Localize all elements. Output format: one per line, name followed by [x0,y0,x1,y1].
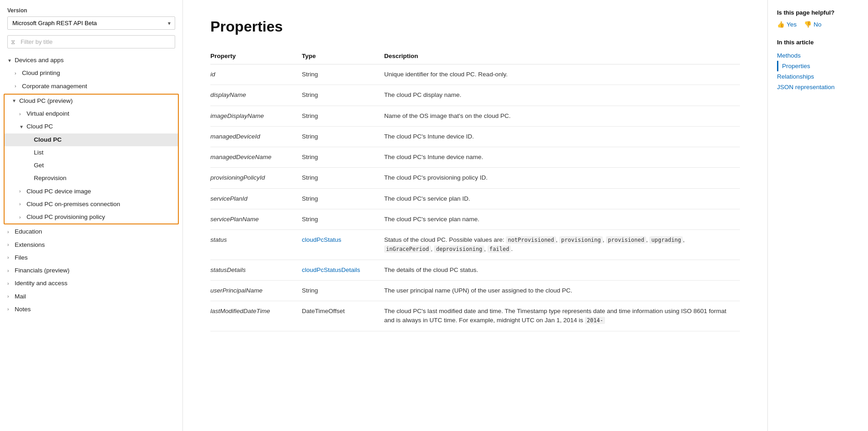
prop-desc: The cloud PC's service plan ID. [384,188,740,209]
prop-type: cloudPcStatusDetails [302,260,384,280]
prop-type: String [302,147,384,168]
prop-type: String [302,168,384,188]
version-select-wrapper: Microsoft Graph REST API Beta ▾ [7,16,175,30]
sidebar-item-label: Virtual endpoint [27,109,70,118]
article-link-json[interactable]: JSON representation [777,82,859,92]
prop-type: String [302,85,384,106]
prop-name: statusDetails [210,260,302,280]
type-link[interactable]: cloudPcStatus [302,236,341,243]
filter-input[interactable] [7,35,175,48]
prop-desc: The cloud PC's last modified date and ti… [384,301,740,331]
toggle-icon: ▼ [19,123,25,130]
code-value: upgrading [649,236,683,244]
sidebar-item-label: Mail [15,292,26,301]
prop-desc: Name of the OS image that's on the cloud… [384,106,740,126]
thumbs-down-icon: 👎 [804,21,812,28]
sidebar-item-reprovision[interactable]: Reprovision [5,172,178,185]
sidebar-item-get[interactable]: Get [5,159,178,172]
version-label: Version [0,7,182,16]
sidebar-item-corporate-management[interactable]: › Corporate management [0,80,182,93]
yes-button[interactable]: 👍 Yes [777,21,797,28]
nav-tree: ▼ Devices and apps › Cloud printing › Co… [0,54,182,431]
helpful-buttons: 👍 Yes 👎 No [777,21,859,28]
article-link-properties[interactable]: Properties [777,61,859,71]
sidebar-item-files[interactable]: › Files [0,251,182,264]
sidebar-item-cloud-pc-parent[interactable]: ▼ Cloud PC [5,120,178,133]
prop-name: servicePlanName [210,209,302,229]
sidebar-item-provisioning-policy[interactable]: › Cloud PC provisioning policy [5,211,178,223]
toggle-icon: › [15,83,20,90]
sidebar-item-label: Cloud PC [27,122,53,131]
code-value: 2014- [585,317,605,324]
sidebar-item-notes[interactable]: › Notes [0,303,182,316]
col-header-property: Property [210,48,302,64]
prop-desc: The cloud PC display name. [384,85,740,106]
table-row: provisioningPolicyId String The cloud PC… [210,168,740,188]
toggle-icon: › [7,280,13,287]
table-row: displayName String The cloud PC display … [210,85,740,106]
prop-desc: The cloud PC's Intune device ID. [384,126,740,147]
sidebar-item-extensions[interactable]: › Extensions [0,239,182,251]
prop-name: managedDeviceId [210,126,302,147]
sidebar-item-list[interactable]: List [5,146,178,159]
helpful-label: Is this page helpful? [777,9,859,16]
prop-desc: The cloud PC's service plan name. [384,209,740,229]
toggle-icon: › [19,111,25,117]
sidebar-item-devices-apps[interactable]: ▼ Devices and apps [0,54,182,67]
toggle-icon: ▼ [7,57,13,64]
toggle-icon: › [7,306,13,313]
prop-type: String [302,188,384,209]
version-select[interactable]: Microsoft Graph REST API Beta [7,16,175,30]
sidebar-item-mail[interactable]: › Mail [0,290,182,303]
table-row: lastModifiedDateTime DateTimeOffset The … [210,301,740,331]
cloud-pc-box: ▼ Cloud PC (preview) › Virtual endpoint … [4,94,179,225]
sidebar-item-virtual-endpoint[interactable]: › Virtual endpoint [5,107,178,120]
prop-desc: Unique identifier for the cloud PC. Read… [384,64,740,85]
prop-type: String [302,64,384,85]
right-sidebar: Is this page helpful? 👍 Yes 👎 No In this… [767,0,868,431]
sidebar-item-education[interactable]: › Education [0,225,182,238]
sidebar-item-financials[interactable]: › Financials (preview) [0,264,182,277]
sidebar-item-cloud-pc-preview[interactable]: ▼ Cloud PC (preview) [5,95,178,107]
sidebar-item-label: Cloud PC [34,135,62,144]
sidebar-item-label: Financials (preview) [15,266,70,275]
prop-name: servicePlanId [210,188,302,209]
no-button[interactable]: 👎 No [804,21,821,28]
sidebar-item-label: Get [34,161,44,170]
prop-type: String [302,126,384,147]
toggle-icon: › [7,241,13,248]
code-value: notProvisioned [506,236,556,244]
sidebar-item-identity[interactable]: › Identity and access [0,277,182,290]
toggle-icon: › [19,201,25,208]
filter-wrapper: ⧖ [7,35,175,48]
sidebar-item-label: Identity and access [15,279,68,288]
article-link-relationships[interactable]: Relationships [777,71,859,82]
sidebar-item-label: Cloud PC (preview) [19,96,73,106]
prop-type: DateTimeOffset [302,301,384,331]
sidebar-item-label: Corporate management [22,82,87,91]
filter-icon: ⧖ [11,38,15,46]
sidebar-item-label: Cloud PC provisioning policy [27,213,105,222]
sidebar-item-label: List [34,148,43,157]
sidebar-item-cloud-printing[interactable]: › Cloud printing [0,67,182,80]
code-value: inGracePeriod [384,245,431,253]
prop-name: provisioningPolicyId [210,168,302,188]
article-link-methods[interactable]: Methods [777,50,859,61]
sidebar-item-on-premises[interactable]: › Cloud PC on-premises connection [5,198,178,211]
sidebar-item-cloud-pc-active[interactable]: Cloud PC [5,133,178,146]
code-value: provisioned [606,236,646,244]
sidebar: Version Microsoft Graph REST API Beta ▾ … [0,0,183,431]
prop-type: String [302,280,384,301]
sidebar-item-label: Cloud PC device image [27,187,91,196]
col-header-description: Description [384,48,740,64]
toggle-icon: › [15,70,20,77]
toggle-icon: › [19,188,25,195]
prop-type: cloudPcStatus [302,230,384,260]
type-link[interactable]: cloudPcStatusDetails [302,266,360,273]
sidebar-item-label: Cloud PC on-premises connection [27,200,120,209]
prop-desc: The cloud PC's provisioning policy ID. [384,168,740,188]
toggle-icon: › [7,229,13,235]
sidebar-item-label: Devices and apps [15,56,64,65]
sidebar-item-device-image[interactable]: › Cloud PC device image [5,185,178,198]
table-row: userPrincipalName String The user princi… [210,280,740,301]
